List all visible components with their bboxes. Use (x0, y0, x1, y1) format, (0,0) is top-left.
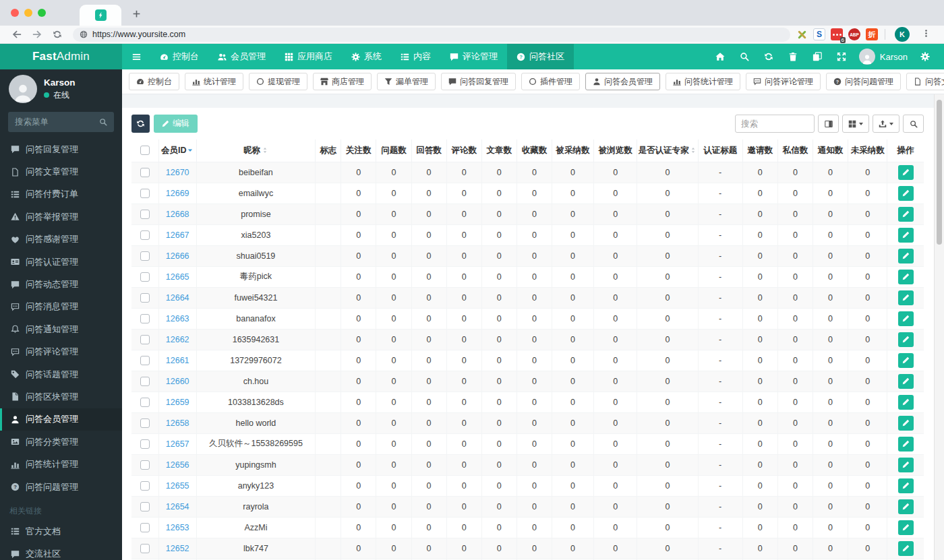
member-id-link[interactable]: 12662 (166, 335, 189, 344)
maximize-window-button[interactable] (38, 9, 46, 17)
row-checkbox[interactable] (140, 398, 150, 407)
sidebar-item-5[interactable]: 问答认证管理 (0, 251, 122, 273)
sidebar-toggle-button[interactable] (122, 44, 150, 69)
column-header-nickname[interactable]: 昵称 (196, 139, 315, 162)
sidebar-item-2[interactable]: 问答付费订单 (0, 183, 122, 206)
edit-row-button[interactable] (898, 249, 914, 263)
member-id-link[interactable]: 12661 (166, 356, 189, 365)
edit-row-button[interactable] (898, 186, 914, 201)
minimize-window-button[interactable] (24, 9, 32, 17)
extension-abp-icon[interactable]: ABP (848, 28, 860, 40)
tab-button-8[interactable]: 问答统计管理 (666, 73, 740, 90)
avatar[interactable] (9, 75, 37, 103)
sidebar-item-8[interactable]: 问答通知管理 (0, 318, 122, 340)
column-header-member-id[interactable]: 会员ID (158, 139, 196, 162)
edit-row-button[interactable] (898, 541, 914, 556)
member-id-link[interactable]: 12663 (166, 314, 189, 323)
select-all-checkbox[interactable] (140, 146, 150, 155)
reload-button[interactable] (47, 30, 67, 39)
row-checkbox[interactable] (140, 293, 150, 303)
browser-tab[interactable] (80, 5, 121, 26)
tab-button-1[interactable]: 统计管理 (185, 73, 243, 90)
member-id-link[interactable]: 12655 (166, 481, 189, 491)
row-checkbox[interactable] (140, 377, 150, 386)
app-logo[interactable]: FastAdmin (0, 44, 122, 69)
edit-row-button[interactable] (898, 478, 914, 493)
home-button[interactable] (708, 44, 732, 69)
forward-button[interactable] (27, 30, 47, 39)
tab-button-6[interactable]: 插件管理 (521, 73, 580, 90)
edit-row-button[interactable] (898, 332, 914, 347)
tab-button-9[interactable]: 问答评论管理 (746, 73, 821, 90)
edit-row-button[interactable] (898, 228, 914, 243)
sidebar-item-9[interactable]: 问答评论管理 (0, 341, 122, 363)
member-id-link[interactable]: 12658 (166, 418, 189, 428)
copy-cache-button[interactable] (805, 44, 829, 69)
member-id-link[interactable]: 12670 (166, 168, 189, 177)
row-checkbox[interactable] (140, 189, 150, 198)
extension-zhe-icon[interactable]: 折 (866, 28, 878, 40)
sidebar-item-1[interactable]: 问答文章管理 (0, 160, 122, 183)
row-checkbox[interactable] (140, 523, 150, 532)
sidebar-item-12[interactable]: 问答会员管理 (0, 408, 122, 431)
sidebar-item-6[interactable]: 问答动态管理 (0, 273, 122, 295)
top-nav-item-1[interactable]: 会员管理 (208, 44, 275, 69)
row-checkbox[interactable] (140, 210, 150, 219)
edit-row-button[interactable] (898, 416, 914, 431)
tab-button-2[interactable]: 提现管理 (249, 73, 307, 90)
row-checkbox[interactable] (140, 272, 150, 282)
row-checkbox[interactable] (140, 251, 150, 261)
member-id-link[interactable]: 12659 (166, 398, 189, 407)
row-checkbox[interactable] (140, 335, 150, 344)
member-id-link[interactable]: 12664 (166, 293, 189, 303)
sidebar-item-0[interactable]: 问答回复管理 (0, 138, 122, 160)
tab-button-7[interactable]: 问答会员管理 (585, 73, 660, 90)
row-checkbox[interactable] (140, 418, 150, 428)
sidebar-item-14[interactable]: 问答统计管理 (0, 453, 122, 475)
row-checkbox[interactable] (140, 481, 150, 491)
edit-row-button[interactable] (898, 374, 914, 389)
search-submit-button[interactable] (903, 115, 924, 133)
member-id-link[interactable]: 12669 (166, 189, 189, 198)
page-scrollbar[interactable] (934, 94, 944, 560)
member-id-link[interactable]: 12653 (166, 523, 189, 532)
export-dropdown-button[interactable] (873, 115, 899, 133)
sidebar-item-3[interactable]: 问答举报管理 (0, 206, 122, 228)
edit-button-toolbar[interactable]: 编辑 (154, 115, 198, 133)
row-checkbox[interactable] (140, 168, 150, 177)
member-id-link[interactable]: 12668 (166, 210, 189, 219)
row-checkbox[interactable] (140, 356, 150, 365)
new-tab-button[interactable] (127, 4, 146, 23)
user-menu[interactable]: Karson (854, 49, 913, 65)
edit-row-button[interactable] (898, 458, 914, 472)
browser-profile-avatar[interactable]: K (895, 27, 910, 42)
extension-s-icon[interactable]: S (813, 28, 825, 40)
edit-row-button[interactable] (898, 520, 914, 535)
member-id-link[interactable]: 12660 (166, 377, 189, 386)
header-search-button[interactable] (732, 44, 757, 69)
member-id-link[interactable]: 12667 (166, 230, 189, 240)
sidebar-item-10[interactable]: 问答话题管理 (0, 363, 122, 385)
edit-row-button[interactable] (898, 311, 914, 326)
table-search-input[interactable] (735, 115, 815, 133)
header-refresh-button[interactable] (757, 44, 781, 69)
common-search-toggle-button[interactable] (818, 115, 839, 133)
member-id-link[interactable]: 12657 (166, 439, 189, 449)
tab-button-3[interactable]: 商店管理 (313, 73, 372, 90)
sidebar-item-11[interactable]: 问答区块管理 (0, 385, 122, 408)
row-checkbox[interactable] (140, 314, 150, 323)
edit-row-button[interactable] (898, 353, 914, 368)
refresh-button[interactable] (131, 115, 150, 133)
settings-button[interactable] (913, 44, 937, 69)
row-checkbox[interactable] (140, 460, 150, 470)
member-id-link[interactable]: 12666 (166, 251, 189, 261)
edit-row-button[interactable] (898, 437, 914, 452)
sidebar-item-7[interactable]: 问答消息管理 (0, 296, 122, 318)
edit-row-button[interactable] (898, 165, 914, 180)
tab-button-0[interactable]: 控制台 (129, 73, 179, 90)
member-id-link[interactable]: 12656 (166, 460, 189, 470)
sidebar-link-1[interactable]: 交流社区 (0, 543, 122, 560)
row-checkbox[interactable] (140, 439, 150, 449)
address-bar[interactable]: https://www.yoursite.com (73, 28, 790, 42)
back-button[interactable] (7, 30, 27, 39)
